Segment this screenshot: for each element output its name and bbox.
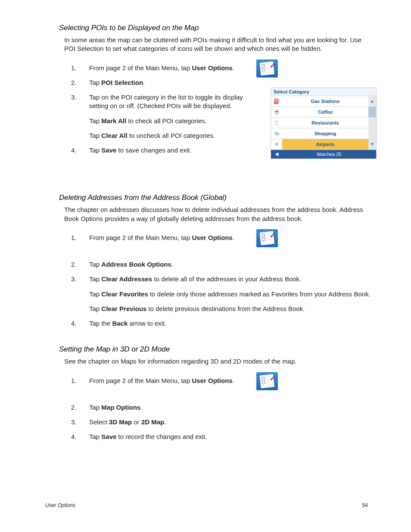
section-title-poi: Selecting POIs to be Displayed on the Ma…: [59, 24, 368, 32]
step-body: Select 3D Map or 2D Map.: [89, 418, 381, 426]
step-body: Tap Map Options.: [89, 403, 381, 412]
poi-category-icon: ✈: [271, 141, 282, 147]
step-body: Tap Save to record the changes and exit.: [89, 432, 381, 441]
section-map-mode: Setting the Map in 3D or 2D Mode See the…: [45, 345, 368, 441]
poi-category-label: Shopping: [282, 131, 368, 136]
footer-page-number: 54: [362, 502, 368, 508]
step-row: 4. Tap Save to record the changes and ex…: [71, 432, 381, 441]
section-poi: Selecting POIs to be Displayed on the Ma…: [45, 24, 368, 155]
poi-category-row: 🛍Shopping: [271, 128, 376, 139]
step-row: 2. Tap Address Book Options.: [71, 260, 381, 269]
step-row: 1. From page 2 of the Main Menu, tap Use…: [71, 64, 256, 72]
step-body: Tap Clear Addresses to delete all of the…: [89, 275, 381, 313]
poi-category-label: Gas Stations: [282, 99, 368, 104]
scroll-down-icon: ▼: [368, 139, 376, 149]
matches-text: Matches 25: [282, 152, 376, 157]
step-row: 1. From page 2 of the Main Menu, tap Use…: [71, 233, 381, 242]
step-list-poi: 1. From page 2 of the Main Menu, tap Use…: [71, 64, 256, 155]
step-row: 3. Tap Clear Addresses to delete all of …: [71, 275, 381, 313]
step-body: From page 2 of the Main Menu, tap User O…: [89, 233, 381, 242]
poi-category-row: ⛽Gas Stations▲: [271, 96, 376, 107]
poi-category-icon: ⛽: [271, 98, 282, 104]
step-number: 3.: [71, 93, 89, 140]
step-number: 3.: [71, 275, 89, 313]
step-number: 1.: [71, 376, 89, 385]
step-body: From page 2 of the Main Menu, tap User O…: [89, 376, 381, 385]
section-intro-map: See the chapter on Maps for information …: [64, 357, 368, 366]
page-footer: User Options 54: [45, 502, 368, 508]
section-intro-address: The chapter on addresses discusses how t…: [64, 205, 368, 223]
step-number: 1.: [71, 64, 89, 72]
user-options-icon: ✓: [256, 59, 278, 78]
step-number: 4.: [71, 432, 89, 441]
user-options-icon: ✓: [256, 372, 278, 390]
step-body: From page 2 of the Main Menu, tap User O…: [89, 64, 256, 72]
step-row: 1. From page 2 of the Main Menu, tap Use…: [71, 376, 381, 385]
poi-category-row: 🍴Restaurants: [271, 118, 376, 128]
section-address: Deleting Addresses from the Address Book…: [45, 193, 368, 328]
poi-screen-header: Select Category: [271, 88, 376, 96]
poi-screen-footer: ◀ Matches 25: [271, 150, 376, 159]
poi-category-label: Restaurants: [282, 120, 368, 125]
step-number: 4.: [71, 146, 89, 155]
step-number: 4.: [71, 319, 89, 328]
scroll-up-icon: ▲: [368, 96, 376, 106]
step-row: 2. Tap POI Selection.: [71, 78, 256, 87]
section-intro-poi: In some areas the map can be cluttered w…: [64, 36, 368, 53]
step-list-address: 1. From page 2 of the Main Menu, tap Use…: [71, 233, 381, 328]
user-options-icon: ✓: [256, 229, 278, 247]
section-title-address: Deleting Addresses from the Address Book…: [59, 193, 368, 202]
step-row: 3. Select 3D Map or 2D Map.: [71, 418, 381, 426]
step-number: 3.: [71, 418, 89, 426]
step-body: Tap the Back arrow to exit.: [89, 319, 381, 328]
step-row: 2. Tap Map Options.: [71, 403, 381, 412]
poi-category-icon: 🍴: [271, 120, 282, 126]
step-body: Tap POI Selection.: [89, 78, 256, 87]
document-page: Selecting POIs to be Displayed on the Ma…: [0, 0, 411, 532]
poi-selection-screenshot: Select Category ⛽Gas Stations▲☕Coffee🍴Re…: [271, 87, 377, 159]
step-number: 2.: [71, 403, 89, 412]
step-list-map: 1. From page 2 of the Main Menu, tap Use…: [71, 376, 381, 442]
step-number: 1.: [71, 233, 89, 242]
footer-section-name: User Options: [45, 502, 75, 508]
step-body: Tap Save to save changes and exit.: [89, 146, 256, 155]
step-row: 4. Tap Save to save changes and exit.: [71, 146, 256, 155]
poi-category-label: Coffee: [282, 109, 368, 115]
poi-category-icon: 🛍: [271, 131, 282, 137]
step-number: 2.: [71, 260, 89, 269]
scrollbar-track: [368, 107, 376, 117]
back-arrow-icon: ◀: [271, 151, 282, 157]
step-body: Tap Address Book Options.: [89, 260, 381, 269]
step-body: Tap on the POI category in the list to t…: [89, 93, 256, 140]
poi-category-label: Airports: [282, 142, 368, 147]
scrollbar-track: [368, 128, 376, 139]
scrollbar-track: [368, 118, 376, 128]
poi-category-row: ☕Coffee: [271, 107, 376, 118]
step-number: 2.: [71, 78, 89, 87]
step-row: 4. Tap the Back arrow to exit.: [71, 319, 381, 328]
step-row: 3. Tap on the POI category in the list t…: [71, 93, 256, 140]
poi-category-row: ✈Airports▼: [271, 139, 376, 150]
section-title-map: Setting the Map in 3D or 2D Mode: [59, 345, 368, 354]
poi-category-icon: ☕: [271, 109, 282, 115]
